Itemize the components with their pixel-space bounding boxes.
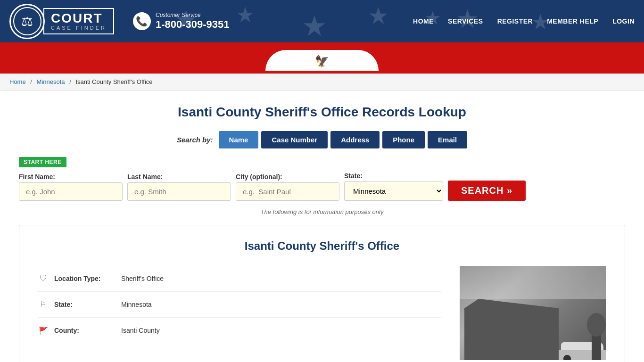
info-details: 🛡 Location Type: Sheriff's Office 🏳 Stat… <box>38 266 441 360</box>
logo-finder-text: CASE FINDER <box>51 25 107 31</box>
info-text: The following is for information purpose… <box>19 208 625 215</box>
cs-label: Customer Service <box>156 12 230 18</box>
breadcrumb-state[interactable]: Minnesota <box>37 78 65 85</box>
logo-circle: ⚖ <box>9 4 45 39</box>
logo-icon: ⚖ <box>21 14 33 29</box>
first-name-label: First Name: <box>19 173 123 181</box>
sheriff-office-image <box>460 266 606 360</box>
eagle-icon: 🦅 <box>315 55 329 68</box>
customer-service: 📞 Customer Service 1-800-309-9351 <box>133 12 230 31</box>
nav-home[interactable]: HOME <box>413 17 434 25</box>
left-stars: ★ ★ ★ <box>291 58 311 65</box>
last-name-label: Last Name: <box>127 173 231 181</box>
nav-member-help[interactable]: MEMBER HELP <box>547 17 598 25</box>
red-wave <box>0 42 644 50</box>
state-label: State: <box>344 172 443 180</box>
main-nav: HOME SERVICES REGISTER MEMBER HELP LOGIN <box>413 17 635 25</box>
state-field-label: State: <box>54 301 116 308</box>
header: ★ ★ ★ ★ ★ ★ ★ ⚖ COURT CASE FINDER 📞 Cust… <box>0 0 644 42</box>
start-here-badge: START HERE <box>19 157 66 167</box>
first-name-group: First Name: <box>19 173 123 201</box>
breadcrumb-current: Isanti County Sheriff's Office <box>75 78 152 85</box>
cs-phone: 1-800-309-9351 <box>156 18 230 31</box>
tab-address[interactable]: Address <box>330 131 380 148</box>
last-name-input[interactable] <box>127 182 231 201</box>
tab-phone[interactable]: Phone <box>382 131 425 148</box>
nav-register[interactable]: REGISTER <box>497 17 533 25</box>
info-row-location: 🛡 Location Type: Sheriff's Office <box>38 266 441 292</box>
flag-icon: 🚩 <box>38 325 49 336</box>
location-type-label: Location Type: <box>54 275 116 282</box>
logo-circle-inner: ⚖ <box>13 7 41 35</box>
breadcrumb-home[interactable]: Home <box>9 78 26 85</box>
search-by-row: Search by: Name Case Number Address Phon… <box>19 131 625 148</box>
first-name-input[interactable] <box>19 182 123 201</box>
breadcrumb-sep-1: / <box>30 78 32 85</box>
sky <box>460 266 606 299</box>
breadcrumb: Home / Minnesota / Isanti County Sheriff… <box>0 74 644 90</box>
cs-text: Customer Service 1-800-309-9351 <box>156 12 230 31</box>
logo[interactable]: ⚖ COURT CASE FINDER <box>9 4 114 39</box>
county-value: Isanti County <box>121 327 160 334</box>
state-select[interactable]: Minnesota Alabama Alaska Arizona Arkansa… <box>344 181 443 201</box>
city-input[interactable] <box>236 182 339 201</box>
breadcrumb-sep-2: / <box>69 78 71 85</box>
city-group: City (optional): <box>236 173 339 201</box>
building-roof <box>464 299 559 308</box>
nav-login[interactable]: LOGIN <box>612 17 635 25</box>
last-name-group: Last Name: <box>127 173 231 201</box>
tree-top <box>587 313 606 337</box>
info-card-title: Isanti County Sheriff's Office <box>38 239 606 253</box>
search-by-label: Search by: <box>177 136 213 144</box>
right-stars: ★ ★ ★ <box>333 58 353 65</box>
info-card: Isanti County Sheriff's Office 🛡 Locatio… <box>19 225 625 362</box>
search-form: First Name: Last Name: City (optional): … <box>19 172 625 201</box>
nav-services[interactable]: SERVICES <box>448 17 483 25</box>
tab-email[interactable]: Email <box>428 131 467 148</box>
info-row-county: 🚩 County: Isanti County <box>38 318 441 343</box>
search-button[interactable]: SEARCH » <box>448 181 526 201</box>
car-wheel-left <box>563 355 571 360</box>
info-row-state: 🏳 State: Minnesota <box>38 292 441 318</box>
tab-case-number[interactable]: Case Number <box>261 131 328 148</box>
page-title: Isanti County Sheriff's Office Records L… <box>19 105 625 120</box>
phone-icon: 📞 <box>133 12 151 30</box>
info-image-area <box>460 266 606 360</box>
state-group: State: Minnesota Alabama Alaska Arizona … <box>344 172 443 201</box>
county-label: County: <box>54 327 116 334</box>
state-field-value: Minnesota <box>121 301 152 308</box>
eagle-overlay: ★ ★ ★ 🦅 ★ ★ ★ <box>291 55 353 68</box>
building-shape <box>464 308 559 360</box>
map-icon: 🏳 <box>38 299 49 310</box>
search-form-container: START HERE First Name: Last Name: City (… <box>19 157 625 201</box>
eagle-banner: ★ ★ ★ 🦅 ★ ★ ★ <box>0 50 644 71</box>
city-label: City (optional): <box>236 173 339 181</box>
logo-court-text: COURT <box>51 12 107 25</box>
tab-name[interactable]: Name <box>219 131 259 148</box>
info-card-body: 🛡 Location Type: Sheriff's Office 🏳 Stat… <box>38 266 606 360</box>
logo-text-box: COURT CASE FINDER <box>43 8 114 34</box>
location-type-value: Sheriff's Office <box>121 275 164 282</box>
shield-icon: 🛡 <box>38 273 49 284</box>
main-content: Isanti County Sheriff's Office Records L… <box>0 90 644 362</box>
